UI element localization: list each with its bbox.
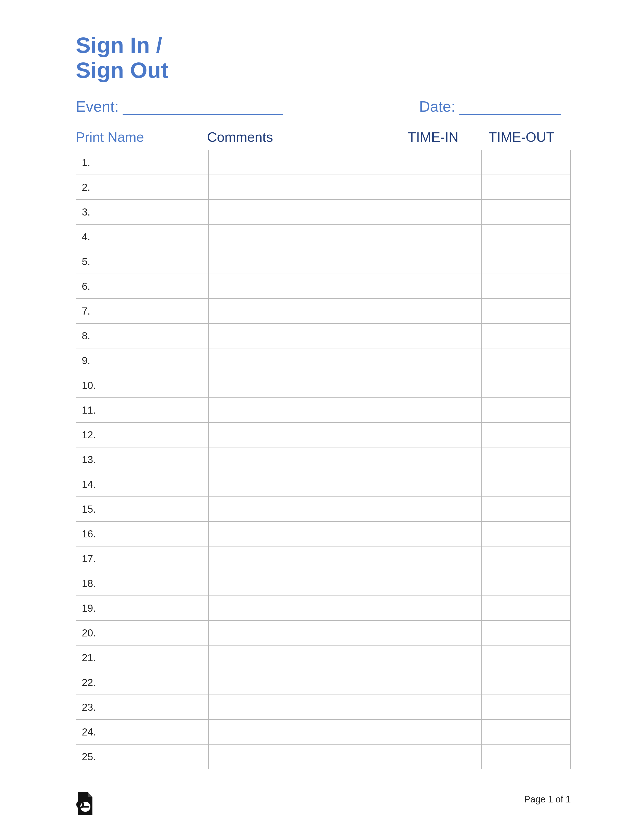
cell-print-name[interactable]: 2. (76, 175, 208, 200)
cell-print-name[interactable]: 6. (76, 274, 208, 299)
cell-time-in[interactable] (392, 571, 481, 596)
cell-time-in[interactable] (392, 323, 481, 348)
cell-time-in[interactable] (392, 596, 481, 621)
cell-comments[interactable] (208, 645, 392, 670)
cell-time-out[interactable] (481, 670, 570, 695)
cell-comments[interactable] (208, 348, 392, 373)
cell-print-name[interactable]: 1. (76, 150, 208, 175)
cell-time-in[interactable] (392, 472, 481, 497)
cell-print-name[interactable]: 11. (76, 398, 208, 422)
cell-time-out[interactable] (481, 225, 570, 249)
cell-time-in[interactable] (392, 299, 481, 323)
cell-time-in[interactable] (392, 348, 481, 373)
cell-time-in[interactable] (392, 546, 481, 571)
cell-comments[interactable] (208, 522, 392, 546)
cell-time-out[interactable] (481, 546, 570, 571)
cell-comments[interactable] (208, 719, 392, 744)
cell-print-name[interactable]: 3. (76, 200, 208, 225)
cell-time-out[interactable] (481, 571, 570, 596)
cell-time-out[interactable] (481, 719, 570, 744)
cell-time-out[interactable] (481, 398, 570, 422)
cell-print-name[interactable]: 23. (76, 695, 208, 719)
cell-time-out[interactable] (481, 323, 570, 348)
cell-time-out[interactable] (481, 274, 570, 299)
cell-time-out[interactable] (481, 744, 570, 769)
cell-comments[interactable] (208, 249, 392, 274)
cell-time-in[interactable] (392, 150, 481, 175)
cell-time-in[interactable] (392, 175, 481, 200)
cell-comments[interactable] (208, 621, 392, 645)
cell-print-name[interactable]: 13. (76, 447, 208, 472)
cell-comments[interactable] (208, 546, 392, 571)
cell-comments[interactable] (208, 447, 392, 472)
cell-print-name[interactable]: 4. (76, 225, 208, 249)
cell-comments[interactable] (208, 373, 392, 398)
cell-time-out[interactable] (481, 150, 570, 175)
cell-comments[interactable] (208, 497, 392, 522)
cell-time-in[interactable] (392, 200, 481, 225)
cell-print-name[interactable]: 7. (76, 299, 208, 323)
cell-time-out[interactable] (481, 695, 570, 719)
cell-time-in[interactable] (392, 744, 481, 769)
cell-time-in[interactable] (392, 447, 481, 472)
cell-comments[interactable] (208, 398, 392, 422)
cell-print-name[interactable]: 17. (76, 546, 208, 571)
cell-time-in[interactable] (392, 225, 481, 249)
cell-print-name[interactable]: 16. (76, 522, 208, 546)
cell-time-in[interactable] (392, 670, 481, 695)
cell-time-in[interactable] (392, 497, 481, 522)
cell-comments[interactable] (208, 150, 392, 175)
cell-time-in[interactable] (392, 422, 481, 447)
cell-time-out[interactable] (481, 200, 570, 225)
cell-print-name[interactable]: 22. (76, 670, 208, 695)
cell-print-name[interactable]: 20. (76, 621, 208, 645)
cell-comments[interactable] (208, 695, 392, 719)
cell-time-out[interactable] (481, 249, 570, 274)
cell-print-name[interactable]: 14. (76, 472, 208, 497)
cell-comments[interactable] (208, 472, 392, 497)
cell-time-out[interactable] (481, 299, 570, 323)
cell-comments[interactable] (208, 596, 392, 621)
cell-time-out[interactable] (481, 422, 570, 447)
cell-time-in[interactable] (392, 645, 481, 670)
cell-comments[interactable] (208, 744, 392, 769)
cell-time-in[interactable] (392, 249, 481, 274)
cell-time-in[interactable] (392, 695, 481, 719)
cell-time-out[interactable] (481, 596, 570, 621)
cell-time-in[interactable] (392, 398, 481, 422)
cell-time-out[interactable] (481, 621, 570, 645)
cell-print-name[interactable]: 15. (76, 497, 208, 522)
cell-comments[interactable] (208, 299, 392, 323)
cell-time-out[interactable] (481, 497, 570, 522)
cell-time-out[interactable] (481, 522, 570, 546)
cell-comments[interactable] (208, 225, 392, 249)
cell-time-in[interactable] (392, 274, 481, 299)
cell-comments[interactable] (208, 323, 392, 348)
cell-time-out[interactable] (481, 447, 570, 472)
cell-time-out[interactable] (481, 175, 570, 200)
cell-comments[interactable] (208, 274, 392, 299)
cell-time-out[interactable] (481, 645, 570, 670)
cell-time-in[interactable] (392, 373, 481, 398)
cell-print-name[interactable]: 21. (76, 645, 208, 670)
event-field[interactable]: Event: ___________________ (76, 98, 283, 115)
cell-print-name[interactable]: 24. (76, 719, 208, 744)
cell-time-in[interactable] (392, 621, 481, 645)
cell-print-name[interactable]: 25. (76, 744, 208, 769)
cell-time-out[interactable] (481, 348, 570, 373)
cell-print-name[interactable]: 5. (76, 249, 208, 274)
cell-comments[interactable] (208, 422, 392, 447)
cell-print-name[interactable]: 12. (76, 422, 208, 447)
cell-print-name[interactable]: 19. (76, 596, 208, 621)
cell-time-out[interactable] (481, 373, 570, 398)
cell-comments[interactable] (208, 670, 392, 695)
cell-comments[interactable] (208, 571, 392, 596)
cell-time-in[interactable] (392, 719, 481, 744)
cell-time-out[interactable] (481, 472, 570, 497)
cell-comments[interactable] (208, 175, 392, 200)
cell-time-in[interactable] (392, 522, 481, 546)
cell-comments[interactable] (208, 200, 392, 225)
cell-print-name[interactable]: 9. (76, 348, 208, 373)
cell-print-name[interactable]: 18. (76, 571, 208, 596)
date-field[interactable]: Date: ____________ (419, 98, 571, 115)
